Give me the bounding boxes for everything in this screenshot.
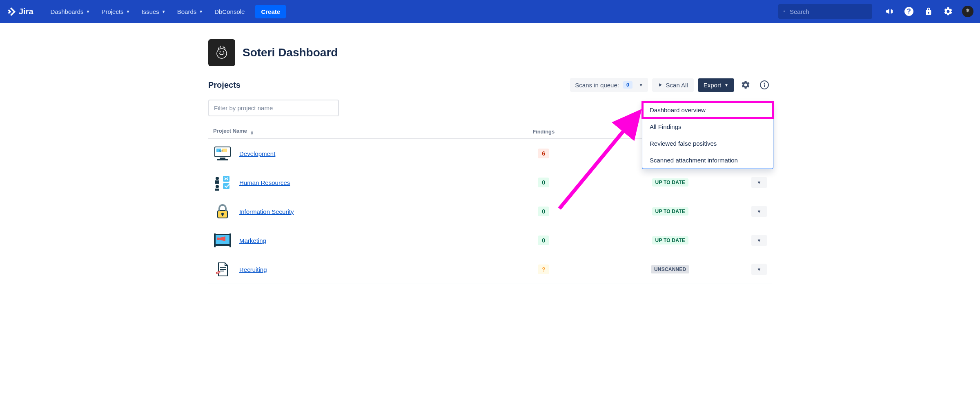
section-title: Projects [208,80,241,90]
status-badge: UP TO DATE [652,236,688,244]
svg-point-2 [217,49,227,58]
page-header: Soteri Dashboard [208,39,772,66]
megaphone-icon[interactable] [884,6,895,17]
svg-text:</>: </> [219,149,223,152]
table-row: Recruiting?UNSCANNED▼ [208,255,772,284]
col-findings[interactable]: Findings [493,124,594,139]
col-label: Findings [532,129,555,135]
row-menu-button[interactable]: ▼ [751,206,767,217]
export-menu: Dashboard overview All Findings Reviewed… [642,101,773,169]
svg-point-16 [216,185,219,188]
project-avatar-icon [213,173,232,192]
page-title: Soteri Dashboard [243,46,338,59]
nav-projects[interactable]: Projects ▼ [96,5,136,18]
nav-items: Dashboards ▼ Projects ▼ Issues ▼ Boards … [45,5,286,18]
status-badge: UNSCANNED [651,265,689,273]
search-input[interactable] [790,8,867,15]
scan-all-button[interactable]: Scan All [652,78,694,92]
svg-rect-10 [217,159,228,160]
chevron-down-icon: ▼ [199,9,203,14]
gear-icon[interactable] [942,6,954,17]
info-icon [760,80,769,90]
filter-input[interactable] [208,100,339,116]
svg-point-4 [223,51,224,53]
user-avatar[interactable] [962,6,973,17]
findings-badge: ? [538,264,550,274]
project-avatar-icon [213,231,232,250]
chevron-down-icon: ▼ [86,9,90,14]
section-header: Projects Scans in queue: 0 ▼ Scan All Ex… [208,78,772,92]
col-label: Project Name [213,128,247,134]
svg-rect-25 [214,233,216,247]
search-box[interactable] [778,4,872,19]
svg-point-14 [216,177,219,180]
status-badge: UP TO DATE [652,207,688,216]
svg-rect-15 [215,180,219,184]
col-project-name[interactable]: Project Name ▲▼ [208,124,493,139]
export-reviewed-false-positives[interactable]: Reviewed false positives [642,135,773,152]
scans-in-queue[interactable]: Scans in queue: 0 ▼ [570,78,648,92]
project-link[interactable]: Information Security [239,208,294,215]
scans-count-badge: 0 [623,81,633,89]
jira-logo[interactable]: Jira [7,7,33,16]
chevron-down-icon: ▼ [639,83,643,87]
nav-label: Boards [177,8,197,15]
svg-rect-22 [222,214,223,216]
project-link[interactable]: Marketing [239,237,266,244]
project-link[interactable]: Recruiting [239,266,267,273]
chevron-down-icon: ▼ [126,9,130,14]
help-icon[interactable]: ? [903,6,915,17]
svg-rect-7 [764,84,765,87]
scans-in-queue-label: Scans in queue: [575,82,619,89]
export-button[interactable]: Export ▼ [698,78,734,92]
project-avatar-icon [213,260,232,279]
row-menu-button[interactable]: ▼ [751,177,767,188]
scan-all-label: Scan All [666,82,688,89]
chevron-down-icon: ▼ [162,9,166,14]
top-right-icons: ? [884,6,973,17]
lock-icon[interactable] [923,6,934,17]
nav-label: Dashboards [51,8,84,15]
nav-dbconsole[interactable]: DbConsole [209,5,250,18]
export-all-findings[interactable]: All Findings [642,118,773,135]
export-dashboard-overview[interactable]: Dashboard overview [642,102,773,118]
svg-rect-24 [215,244,230,246]
findings-badge: 6 [538,149,549,158]
svg-rect-27 [217,238,219,240]
row-menu-button[interactable]: ▼ [751,235,767,246]
svg-rect-19 [223,183,229,189]
svg-rect-17 [215,189,219,191]
nav-label: Projects [101,8,123,15]
project-avatar-icon: </> [213,144,232,163]
svg-point-6 [764,83,765,84]
project-link[interactable]: Development [239,150,275,157]
export-label: Export [704,82,721,89]
page-container: Soteri Dashboard Projects Scans in queue… [204,23,776,284]
create-button[interactable]: Create [255,5,286,18]
table-row: Marketing0UP TO DATE▼ [208,226,772,255]
play-icon [658,82,663,87]
svg-text:?: ? [907,8,911,15]
nav-boards[interactable]: Boards ▼ [172,5,209,18]
findings-badge: 0 [538,236,549,245]
svg-rect-9 [220,158,225,159]
table-row: Information Security0UP TO DATE▼ [208,197,772,226]
export-scanned-attachment-info[interactable]: Scanned attachment information [642,152,773,169]
soteri-badge [208,39,235,66]
nav-dashboards[interactable]: Dashboards ▼ [45,5,96,18]
search-icon [783,8,786,15]
info-button[interactable] [757,78,772,92]
nav-issues[interactable]: Issues ▼ [136,5,171,18]
sort-icon: ▲▼ [250,130,254,135]
project-link[interactable]: Human Resources [239,179,290,186]
row-menu-button[interactable]: ▼ [751,264,767,275]
gear-icon [741,80,751,90]
settings-button[interactable] [738,78,753,92]
project-avatar-icon [213,202,232,221]
nav-label: DbConsole [214,8,245,15]
svg-point-3 [220,51,221,53]
status-badge: UP TO DATE [652,178,688,187]
toolbar-actions: Scans in queue: 0 ▼ Scan All Export ▼ [570,78,772,92]
svg-rect-26 [229,233,231,247]
nav-label: Issues [141,8,159,15]
